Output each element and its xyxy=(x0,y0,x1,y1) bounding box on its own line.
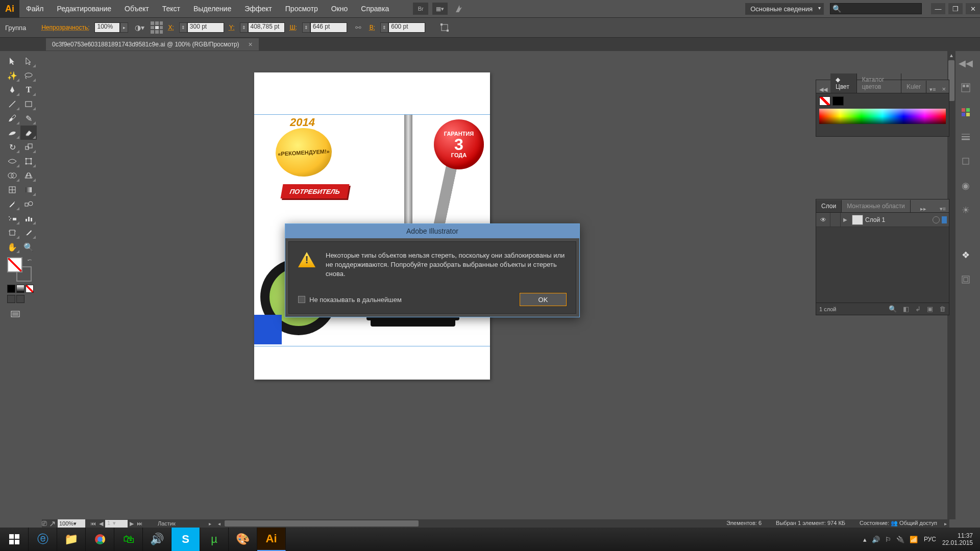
explorer-icon[interactable]: 📁 xyxy=(57,528,86,551)
bridge-icon[interactable]: Br xyxy=(413,3,428,15)
presentation-icon[interactable]: ⎚ xyxy=(42,519,47,528)
free-transform-tool-icon[interactable] xyxy=(20,154,37,168)
artboards-tab[interactable]: Монтажные области xyxy=(842,200,911,212)
selection-tool-icon[interactable] xyxy=(4,54,20,68)
panel-menu-icon[interactable]: ▾≡ xyxy=(926,86,939,93)
search-input[interactable]: 🔍 xyxy=(830,3,922,14)
target-icon[interactable] xyxy=(933,216,940,223)
artboard-number-input[interactable]: 1 ▾ xyxy=(105,520,128,528)
illustrator-taskbar-icon[interactable]: Ai xyxy=(257,528,286,551)
new-layer-icon[interactable]: ▣ xyxy=(927,305,933,313)
layers-tab[interactable]: Слои xyxy=(816,200,842,212)
next-artboard-icon[interactable]: ▶ xyxy=(129,520,135,527)
tray-power-icon[interactable]: 🔌 xyxy=(896,536,904,543)
w-stepper-icon[interactable]: ⇕ xyxy=(302,22,310,33)
pencil-tool-icon[interactable]: ✎ xyxy=(20,111,37,126)
expand-layer-icon[interactable]: ▶ xyxy=(841,217,850,222)
ok-button[interactable]: OK xyxy=(520,293,567,306)
blob-brush-tool-icon[interactable] xyxy=(4,126,20,140)
graph-tool-icon[interactable] xyxy=(20,211,37,226)
menu-help[interactable]: Справка xyxy=(354,0,396,17)
swatches-tab[interactable]: Каталог цветов xyxy=(857,73,901,93)
stroke-panel-icon[interactable] xyxy=(959,130,973,144)
fill-swatch[interactable] xyxy=(819,96,830,106)
gradient-tool-icon[interactable] xyxy=(20,183,37,197)
lasso-tool-icon[interactable] xyxy=(20,68,37,83)
locate-object-icon[interactable]: 🔍 xyxy=(889,305,897,313)
close-button[interactable]: ✕ xyxy=(966,3,980,14)
w-input[interactable]: 646 pt xyxy=(310,22,347,33)
swap-fill-stroke-icon[interactable]: ⤺ xyxy=(28,257,32,263)
menu-select[interactable]: Выделение xyxy=(187,0,238,17)
lock-column[interactable] xyxy=(830,213,841,227)
shape-builder-tool-icon[interactable] xyxy=(4,168,20,183)
transform-icon[interactable] xyxy=(438,21,451,34)
none-mode-icon[interactable] xyxy=(26,285,34,293)
symbol-sprayer-tool-icon[interactable] xyxy=(4,211,20,226)
rotate-tool-icon[interactable]: ↻ xyxy=(4,140,20,154)
tray-clock[interactable]: 11:37 22.01.2015 xyxy=(942,532,973,546)
y-input[interactable]: 408,785 pt xyxy=(248,22,285,33)
color-tab[interactable]: ◆ Цвет xyxy=(830,73,857,93)
prev-artboard-icon[interactable]: ◀ xyxy=(98,520,104,527)
color-spectrum[interactable] xyxy=(819,109,946,124)
clipping-mask-icon[interactable]: ◧ xyxy=(903,305,909,313)
draw-behind-icon[interactable] xyxy=(16,295,24,303)
tray-language[interactable]: РУС xyxy=(924,536,936,543)
eraser-tool-icon[interactable] xyxy=(20,126,37,140)
line-tool-icon[interactable] xyxy=(4,97,20,111)
x-stepper-icon[interactable]: ⇕ xyxy=(179,22,187,33)
delete-layer-icon[interactable]: 🗑 xyxy=(939,305,946,313)
opacity-input[interactable]: 100% xyxy=(94,22,120,33)
panels-expand-icon[interactable]: ◀◀ xyxy=(959,56,973,70)
menu-object[interactable]: Объект xyxy=(118,0,156,17)
maximize-button[interactable]: ❐ xyxy=(948,3,963,14)
transparency-panel-icon[interactable]: ☀ xyxy=(959,203,973,217)
h-stepper-icon[interactable]: ⇕ xyxy=(380,22,388,33)
perspective-tool-icon[interactable] xyxy=(20,168,37,183)
tray-volume-icon[interactable]: 🔊 xyxy=(872,536,880,543)
layers-panel-icon[interactable]: ❖ xyxy=(959,248,973,262)
gradient-mode-icon[interactable] xyxy=(16,285,24,293)
tray-network-icon[interactable]: 📶 xyxy=(910,536,918,543)
x-input[interactable]: 300 pt xyxy=(187,22,224,33)
minimize-button[interactable]: — xyxy=(931,3,945,14)
new-sublayer-icon[interactable]: ↲ xyxy=(915,305,921,313)
paint-icon[interactable]: 🎨 xyxy=(229,528,257,551)
direct-selection-tool-icon[interactable] xyxy=(20,54,37,68)
colorguide-panel-icon[interactable] xyxy=(959,81,973,95)
dont-show-checkbox[interactable] xyxy=(298,296,305,303)
media-icon[interactable]: 🔊 xyxy=(143,528,172,551)
stroke-swatch[interactable] xyxy=(832,96,844,106)
paintbrush-tool-icon[interactable]: 🖌 xyxy=(4,111,20,126)
opacity-dropdown-icon[interactable]: ▸ xyxy=(120,22,128,33)
slice-tool-icon[interactable] xyxy=(20,226,37,240)
screen-mode-icon[interactable] xyxy=(7,307,23,321)
menu-edit[interactable]: Редактирование xyxy=(50,0,118,17)
magic-wand-tool-icon[interactable]: ✨ xyxy=(4,68,20,83)
menu-window[interactable]: Окно xyxy=(325,0,355,17)
arrange-docs-icon[interactable]: ▦▾ xyxy=(432,3,448,15)
link-wh-icon[interactable]: ⚯ xyxy=(352,21,364,34)
close-tab-icon[interactable]: × xyxy=(249,40,253,48)
workspace-dropdown[interactable]: Основные сведения xyxy=(745,3,824,15)
swatches-panel-icon[interactable] xyxy=(959,105,973,119)
zoom-tool-icon[interactable]: 🔍 xyxy=(20,240,37,254)
scale-tool-icon[interactable] xyxy=(20,140,37,154)
pen-tool-icon[interactable] xyxy=(4,83,20,97)
menu-text[interactable]: Текст xyxy=(156,0,187,17)
width-tool-icon[interactable] xyxy=(4,154,20,168)
panel-collapse-icon[interactable]: ◀◀ xyxy=(816,86,830,93)
h-input[interactable]: 600 pt xyxy=(388,22,425,33)
menu-file[interactable]: Файл xyxy=(19,0,50,17)
y-stepper-icon[interactable]: ⇕ xyxy=(240,22,248,33)
last-artboard-icon[interactable]: ⏭ xyxy=(136,520,143,527)
fill-stroke-icon[interactable]: ⤺ xyxy=(7,257,32,282)
skype-icon[interactable]: S xyxy=(172,528,200,551)
ie-icon[interactable]: ⓔ xyxy=(29,528,57,551)
color-mode-icon[interactable] xyxy=(7,285,15,293)
document-tab[interactable]: 0c3f9e0753e6031881891743d9581c9e.ai @ 10… xyxy=(46,38,259,51)
menu-effect[interactable]: Эффект xyxy=(238,0,279,17)
reference-point-icon[interactable] xyxy=(151,21,163,34)
recolor-icon[interactable]: ◑▾ xyxy=(133,21,145,34)
